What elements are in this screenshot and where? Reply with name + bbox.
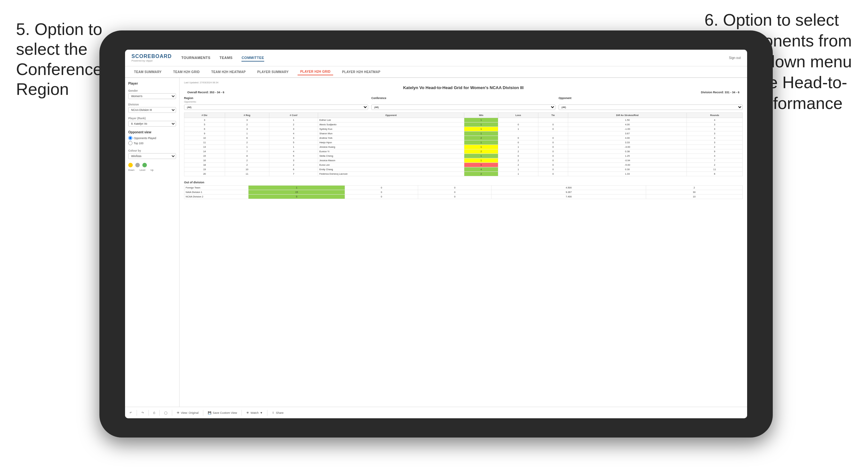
ood-opponent: NAIA Division 1	[184, 190, 248, 194]
opponent-select[interactable]: (All)	[559, 104, 743, 110]
conference-select[interactable]: (All)	[371, 104, 555, 110]
sub-nav-player-h2h-grid[interactable]: PLAYER H2H GRID	[298, 69, 333, 75]
toolbar-clock[interactable]: ◯	[164, 411, 167, 414]
cell-div: 19	[184, 167, 225, 172]
cell-loss: 0	[498, 141, 538, 145]
toolbar-redo[interactable]: ↷	[142, 411, 144, 414]
watch-btn[interactable]: 👁 Watch ▼	[246, 411, 262, 414]
level-label: Level	[140, 168, 145, 172]
cell-div: 9	[184, 131, 225, 136]
ood-loss: 0	[345, 194, 418, 199]
radio-opponents-played[interactable]: Opponents Played	[128, 136, 176, 140]
cell-win: 4	[464, 167, 498, 172]
cell-win: 1	[464, 118, 498, 122]
cell-rounds: 6	[687, 172, 743, 176]
cell-tie: 0	[538, 122, 568, 127]
ood-tie: 0	[418, 194, 492, 199]
cell-rounds: 3	[687, 141, 743, 145]
ood-loss: 0	[345, 186, 418, 190]
cell-reg: 2	[225, 141, 269, 145]
cell-conf: 6	[269, 167, 318, 172]
table-row: 16 2 3 Jessica Mason 1 2 0 -0.94 7	[184, 158, 743, 163]
out-of-division-table: Foreign Team 1 0 0 4.500 2 NAIA Division…	[184, 185, 743, 199]
tablet-device: SCOREBOARD Powered by clippd TOURNAMENTS…	[99, 30, 773, 437]
save-custom-btn[interactable]: 💾 Save Custom View	[208, 411, 237, 414]
cell-opponent: Alexis Sudjianto	[318, 122, 464, 127]
cell-rounds: 4	[687, 136, 743, 141]
colour-by-select[interactable]: Win/loss	[128, 153, 176, 159]
sub-nav-player-summary[interactable]: PLAYER SUMMARY	[255, 69, 291, 75]
sub-nav-team-h2h-heatmap[interactable]: TEAM H2H HEATMAP	[209, 69, 248, 75]
toolbar-copy[interactable]: ⎙	[153, 411, 155, 414]
cell-tie: 0	[538, 158, 568, 163]
sidebar-division-section: Division NCAA Division III	[128, 103, 176, 113]
sub-nav-team-h2h-grid[interactable]: TEAM H2H GRID	[170, 69, 202, 75]
colour-indicators	[128, 163, 176, 167]
share-icon: ⇧	[272, 411, 275, 414]
cell-opponent: Jessica Huang	[318, 145, 464, 149]
watch-label: Watch	[250, 411, 258, 414]
out-of-division-label: Out of division	[184, 181, 743, 184]
cell-div: 13	[184, 145, 225, 149]
sign-out-link[interactable]: Sign out	[729, 56, 741, 60]
table-row: 5 2 2 Alexis Sudjianto 1 0 0 4.00 3	[184, 122, 743, 127]
radio-top-100[interactable]: Top 100	[128, 141, 176, 145]
cell-diff: -1.00	[568, 127, 687, 131]
player-rank-select[interactable]: 8. Katelyn Vo	[128, 121, 176, 127]
view-original-btn[interactable]: 👁 View: Original	[177, 411, 198, 414]
sidebar-player-section: Player	[128, 82, 176, 85]
ood-loss: 0	[345, 190, 418, 194]
cell-opponent: Emily Chang	[318, 167, 464, 172]
cell-rounds: 9	[687, 149, 743, 154]
cell-rounds: 2	[687, 163, 743, 167]
ood-rounds: 30	[646, 190, 743, 194]
cell-win: 0	[464, 163, 498, 167]
cell-opponent: Andrea York	[318, 136, 464, 141]
nav-tournaments[interactable]: TOURNAMENTS	[182, 55, 211, 62]
cell-conf: 1	[269, 145, 318, 149]
cell-win: 1	[464, 127, 498, 131]
opponent-filter-group: Opponent (All)	[559, 96, 743, 110]
cell-opponent: Federica Domecq Lacroze	[318, 172, 464, 176]
toolbar-undo[interactable]: ↶	[129, 411, 132, 414]
cell-opponent: Sharon Mun	[318, 131, 464, 136]
cell-tie: 0	[538, 141, 568, 145]
cell-win: 1	[464, 122, 498, 127]
save-icon: 💾	[208, 411, 211, 414]
view-original-label: View: Original	[181, 411, 198, 414]
table-row: 3 3 1 Esther Lee 1 1.50 4	[184, 118, 743, 122]
cell-tie: 0	[538, 172, 568, 176]
cell-div: 20	[184, 172, 225, 176]
sub-nav-player-h2h-heatmap[interactable]: PLAYER H2H HEATMAP	[340, 69, 383, 75]
cell-div: 3	[184, 118, 225, 122]
cell-reg: 3	[225, 127, 269, 131]
share-btn[interactable]: ⇧ Share	[272, 411, 283, 414]
cell-loss: 0	[498, 154, 538, 158]
cell-div: 18	[184, 163, 225, 167]
cell-reg: 10	[225, 167, 269, 172]
save-custom-label: Save Custom View	[213, 411, 237, 414]
radio-top-100-input[interactable]	[128, 141, 132, 145]
opponents-label: Opponents:	[184, 100, 368, 103]
division-select[interactable]: NCAA Division III	[128, 107, 176, 113]
cell-win: 2	[464, 172, 498, 176]
ood-win: 5	[248, 194, 345, 199]
data-panel: Last Updated: 27/03/2024 06:34 Katelyn V…	[180, 78, 747, 407]
ood-win: 15	[248, 190, 345, 194]
cell-diff: 3.33	[568, 141, 687, 145]
cell-tie: 0	[538, 127, 568, 131]
region-select[interactable]: (All)	[184, 104, 368, 110]
table-row: 19 10 6 Emily Chang 4 1 0 0.30 11	[184, 167, 743, 172]
sub-nav-team-summary[interactable]: TEAM SUMMARY	[131, 69, 164, 75]
table-row: 10 6 3 Andrea York 2 0 0 4.00 4	[184, 136, 743, 141]
gender-select[interactable]: Women's	[128, 93, 176, 99]
nav-committee[interactable]: COMMITTEE	[242, 55, 264, 62]
opponent-view-label: Opponent view	[128, 130, 176, 134]
cell-div: 14	[184, 149, 225, 154]
radio-opponents-played-input[interactable]	[128, 136, 132, 140]
cell-win: 1	[464, 141, 498, 145]
ood-diff: 9.267	[492, 190, 646, 194]
ood-table-row: Foreign Team 1 0 0 4.500 2	[184, 186, 743, 190]
nav-teams[interactable]: TEAMS	[219, 55, 232, 62]
toolbar-sep3	[159, 410, 160, 416]
